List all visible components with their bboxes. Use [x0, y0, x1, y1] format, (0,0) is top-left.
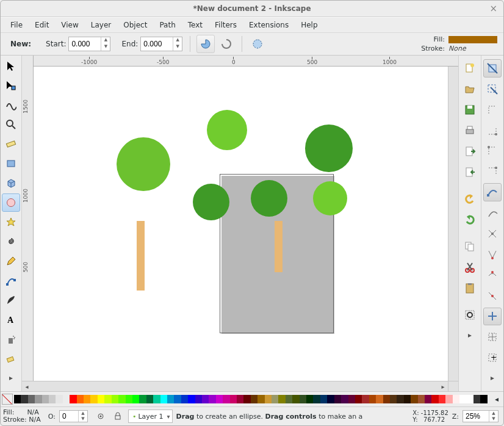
- color-swatch[interactable]: [425, 395, 431, 403]
- color-swatch[interactable]: [292, 395, 299, 403]
- snap-node-button[interactable]: [483, 183, 502, 201]
- color-swatch[interactable]: [181, 395, 188, 403]
- canvas-object[interactable]: [275, 221, 283, 272]
- more-tools-icon[interactable]: [2, 369, 20, 388]
- color-swatch[interactable]: [362, 395, 369, 403]
- snap-intersection-button[interactable]: [483, 225, 502, 243]
- color-swatch[interactable]: [473, 395, 480, 403]
- menu-view[interactable]: View: [55, 19, 84, 31]
- open-button[interactable]: [461, 80, 479, 98]
- end-down[interactable]: ▼: [173, 44, 182, 51]
- import-button[interactable]: [461, 142, 479, 161]
- color-swatch[interactable]: [118, 395, 125, 403]
- scroll-right-icon[interactable]: ▸: [438, 381, 448, 391]
- color-swatch[interactable]: [397, 395, 403, 403]
- opacity-input[interactable]: [60, 411, 78, 422]
- box3d-tool[interactable]: [2, 174, 20, 192]
- color-swatch[interactable]: [216, 395, 223, 403]
- tweak-tool[interactable]: [2, 96, 20, 114]
- text-tool[interactable]: A: [2, 311, 20, 329]
- menu-help[interactable]: Help: [295, 19, 323, 31]
- top-fill-swatch[interactable]: [448, 36, 497, 43]
- menu-text[interactable]: Text: [182, 19, 209, 31]
- canvas-object[interactable]: [193, 184, 229, 220]
- color-swatch[interactable]: [320, 395, 327, 403]
- color-swatch[interactable]: [439, 395, 445, 403]
- palette-strip[interactable]: [14, 395, 488, 403]
- save-button[interactable]: [461, 101, 479, 119]
- vertical-scrollbar[interactable]: [448, 67, 458, 381]
- snap-bbox-button[interactable]: [483, 80, 502, 98]
- canvas-object[interactable]: [117, 137, 170, 191]
- zoom-spin[interactable]: ▲▼: [463, 410, 499, 422]
- color-swatch[interactable]: [49, 395, 56, 403]
- start-down[interactable]: ▼: [101, 44, 110, 51]
- opacity-spin[interactable]: ▲▼: [59, 410, 88, 422]
- color-swatch[interactable]: [104, 395, 111, 403]
- color-swatch[interactable]: [418, 395, 425, 403]
- color-swatch[interactable]: [313, 395, 320, 403]
- color-swatch[interactable]: [237, 395, 243, 403]
- color-swatch[interactable]: [84, 395, 90, 403]
- color-swatch[interactable]: [376, 395, 383, 403]
- bezier-tool[interactable]: [2, 272, 20, 290]
- arc-open-button[interactable]: [217, 35, 236, 53]
- new-doc-button[interactable]: [461, 59, 479, 78]
- color-swatch[interactable]: [28, 395, 35, 403]
- color-swatch[interactable]: [112, 395, 118, 403]
- color-swatch[interactable]: [327, 395, 334, 403]
- node-tool[interactable]: [2, 76, 20, 95]
- ellipse-tool[interactable]: [2, 193, 20, 212]
- color-swatch[interactable]: [195, 395, 202, 403]
- color-swatch[interactable]: [286, 395, 292, 403]
- canvas[interactable]: [34, 67, 448, 381]
- color-swatch[interactable]: [341, 395, 348, 403]
- rect-tool[interactable]: [2, 154, 20, 173]
- snap-midpoint-button[interactable]: [483, 142, 502, 161]
- horizontal-scrollbar[interactable]: ◂ ▸: [22, 381, 458, 391]
- menu-extensions[interactable]: Extensions: [243, 19, 295, 31]
- color-swatch[interactable]: [459, 395, 466, 403]
- color-swatch[interactable]: [383, 395, 390, 403]
- color-swatch[interactable]: [35, 395, 41, 403]
- ruler-h-track[interactable]: -1000-50005001000: [34, 56, 458, 67]
- color-swatch[interactable]: [21, 395, 27, 403]
- color-swatch[interactable]: [334, 395, 341, 403]
- end-spin[interactable]: ▲▼: [140, 37, 182, 51]
- top-stroke-swatch[interactable]: None: [448, 45, 466, 52]
- color-swatch[interactable]: [77, 395, 84, 403]
- end-up[interactable]: ▲: [173, 37, 182, 44]
- color-swatch[interactable]: [174, 395, 181, 403]
- color-swatch[interactable]: [153, 395, 160, 403]
- start-spin[interactable]: ▲▼: [68, 37, 110, 51]
- color-swatch[interactable]: [167, 395, 174, 403]
- color-swatch[interactable]: [404, 395, 411, 403]
- color-swatch[interactable]: [355, 395, 362, 403]
- canvas-object[interactable]: [207, 110, 247, 150]
- menu-path[interactable]: Path: [153, 19, 181, 31]
- ruler-vertical[interactable]: 15001000500: [22, 67, 34, 381]
- menu-object[interactable]: Object: [117, 19, 153, 31]
- more-commands-icon[interactable]: [461, 327, 479, 345]
- color-swatch[interactable]: [209, 395, 215, 403]
- zoom-selection-button[interactable]: [461, 306, 479, 324]
- redo-button[interactable]: [461, 211, 479, 229]
- snap-smooth-button[interactable]: [483, 266, 502, 284]
- color-swatch[interactable]: [466, 395, 473, 403]
- scroll-left-icon[interactable]: ◂: [22, 381, 32, 391]
- canvas-object[interactable]: [305, 125, 353, 172]
- snap-enable-button[interactable]: [483, 59, 502, 78]
- eraser-tool[interactable]: [2, 350, 20, 368]
- spray-tool[interactable]: [2, 330, 20, 348]
- color-swatch[interactable]: [411, 395, 417, 403]
- color-swatch[interactable]: [98, 395, 104, 403]
- no-color-swatch[interactable]: [2, 394, 13, 405]
- color-palette[interactable]: [2, 395, 488, 403]
- color-swatch[interactable]: [188, 395, 195, 403]
- canvas-object[interactable]: [313, 181, 347, 215]
- color-swatch[interactable]: [306, 395, 313, 403]
- snap-others-button[interactable]: [483, 308, 502, 326]
- export-button[interactable]: [461, 163, 479, 181]
- snap-center-button[interactable]: [483, 162, 502, 181]
- color-swatch[interactable]: [243, 395, 250, 403]
